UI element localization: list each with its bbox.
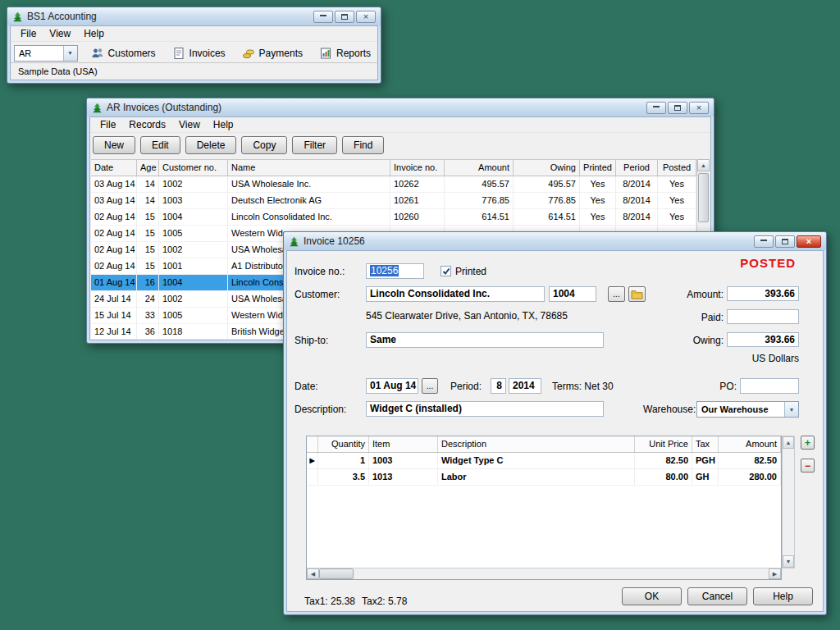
- filter-button[interactable]: Filter: [292, 136, 337, 154]
- edit-button[interactable]: Edit: [140, 136, 180, 154]
- cell: Yes: [658, 209, 696, 225]
- cancel-button[interactable]: Cancel: [687, 587, 747, 605]
- cell: Yes: [658, 176, 696, 192]
- column-header[interactable]: Unit Price: [635, 436, 692, 452]
- cell: 8/2014: [616, 176, 658, 192]
- ok-button[interactable]: OK: [622, 587, 682, 605]
- date-lookup-button[interactable]: ...: [422, 378, 438, 394]
- column-header[interactable]: Tax: [692, 436, 719, 452]
- column-header[interactable]: Printed: [580, 160, 616, 176]
- cell: 02 Aug 14: [91, 209, 137, 225]
- cell: Yes: [580, 209, 616, 225]
- main-titlebar[interactable]: BS1 Accounting ×: [7, 7, 381, 25]
- invoice-no-value: 10256: [370, 265, 399, 276]
- scroll-right-icon[interactable]: ▶: [769, 568, 781, 579]
- window-icon: [289, 236, 299, 247]
- menu-help[interactable]: Help: [207, 117, 240, 132]
- help-button[interactable]: Help: [753, 587, 813, 605]
- find-button[interactable]: Find: [342, 136, 384, 154]
- menu-view[interactable]: View: [43, 26, 77, 41]
- maximize-button[interactable]: [668, 102, 687, 114]
- chevron-down-icon[interactable]: ▼: [63, 46, 77, 61]
- copy-button[interactable]: Copy: [241, 136, 287, 154]
- customers-button[interactable]: Customers: [88, 45, 159, 62]
- cell: 10262: [390, 176, 445, 192]
- close-button[interactable]: ×: [689, 102, 709, 114]
- close-button[interactable]: ×: [356, 11, 376, 23]
- menu-view[interactable]: View: [172, 117, 207, 132]
- menu-help[interactable]: Help: [77, 26, 111, 41]
- maximize-button[interactable]: [775, 235, 795, 248]
- scroll-left-icon[interactable]: ◀: [307, 568, 319, 579]
- warehouse-select[interactable]: Our Warehouse ▼: [696, 401, 799, 418]
- add-row-button[interactable]: +: [801, 436, 815, 450]
- customer-lookup-button[interactable]: ...: [608, 286, 625, 302]
- column-header[interactable]: Amount: [719, 436, 781, 452]
- scrollbar-thumb[interactable]: [698, 173, 709, 222]
- items-vertical-scrollbar[interactable]: ▲ ▼: [782, 436, 795, 568]
- minimize-button[interactable]: [754, 235, 774, 248]
- column-header[interactable]: Description: [438, 436, 635, 452]
- reports-button[interactable]: Reports: [316, 45, 374, 62]
- line-item-row[interactable]: ▶11003Widget Type C82.50PGH82.50: [307, 453, 781, 469]
- warehouse-label: Warehouse:: [643, 404, 696, 415]
- chevron-down-icon[interactable]: ▼: [784, 402, 798, 417]
- shipto-field[interactable]: Same: [366, 332, 604, 348]
- minimize-button[interactable]: [646, 102, 666, 114]
- customers-label: Customers: [108, 48, 156, 59]
- po-field[interactable]: [740, 378, 799, 394]
- column-header[interactable]: Period: [616, 160, 658, 176]
- paid-label: Paid:: [640, 312, 724, 323]
- items-horizontal-scrollbar[interactable]: ◀ ▶: [307, 568, 781, 579]
- column-header[interactable]: Posted: [658, 160, 696, 176]
- maximize-button[interactable]: [335, 11, 354, 23]
- invoice-window: Invoice 10256 × Invoice no.: 10256 Print…: [283, 231, 827, 615]
- scroll-down-icon[interactable]: ▼: [783, 555, 794, 568]
- invoices-button[interactable]: Invoices: [169, 45, 229, 62]
- column-header[interactable]: Amount: [445, 160, 514, 176]
- cell: 1005: [159, 308, 228, 323]
- cell: 776.85: [445, 193, 514, 208]
- column-header[interactable]: Age: [137, 160, 159, 176]
- line-item-row[interactable]: 3.51013Labor80.00GH280.00: [307, 469, 781, 486]
- customer-name-field[interactable]: Lincoln Consolidated Inc.: [366, 286, 545, 302]
- period-month-field[interactable]: 8: [491, 378, 506, 394]
- invoice-titlebar[interactable]: Invoice 10256 ×: [284, 232, 826, 250]
- column-header[interactable]: Name: [228, 160, 390, 176]
- table-row[interactable]: 02 Aug 14151004Lincoln Consolidated Inc.…: [91, 209, 696, 226]
- close-button[interactable]: ×: [797, 235, 821, 248]
- scroll-up-icon[interactable]: ▲: [697, 159, 710, 171]
- column-header[interactable]: Date: [91, 160, 137, 176]
- delete-row-button[interactable]: −: [801, 459, 815, 472]
- cell: 8/2014: [616, 209, 658, 225]
- module-select[interactable]: AR ▼: [14, 45, 78, 62]
- menu-file[interactable]: File: [14, 26, 43, 41]
- minimize-button[interactable]: [313, 11, 333, 23]
- cell: 33: [137, 308, 159, 323]
- column-header[interactable]: Owing: [514, 160, 580, 176]
- menu-records[interactable]: Records: [122, 117, 172, 132]
- cell: 8/2014: [616, 193, 658, 208]
- menu-file[interactable]: File: [94, 117, 122, 132]
- period-year-field[interactable]: 2014: [509, 378, 541, 394]
- new-button[interactable]: New: [93, 136, 135, 154]
- payments-button[interactable]: Payments: [239, 45, 306, 62]
- main-client: File View Help AR ▼ Customers Invoices P…: [10, 25, 378, 80]
- invoice-no-field[interactable]: 10256: [366, 263, 424, 279]
- customer-no-field[interactable]: 1004: [549, 286, 596, 302]
- scrollbar-thumb[interactable]: [319, 568, 354, 579]
- column-header[interactable]: Item: [369, 436, 438, 452]
- customer-address: 545 Clearwater Drive, San Antonio, TX, 7…: [366, 310, 568, 322]
- date-field[interactable]: 01 Aug 14: [366, 378, 418, 394]
- table-row[interactable]: 03 Aug 14141003Deutsch Electronik AG1026…: [91, 193, 696, 209]
- column-header[interactable]: Customer no.: [159, 160, 228, 176]
- invoice-list-header: DateAgeCustomer no.NameInvoice no.Amount…: [91, 160, 696, 176]
- list-titlebar[interactable]: AR Invoices (Outstanding) ×: [87, 98, 714, 116]
- column-header[interactable]: Invoice no.: [390, 160, 445, 176]
- description-field[interactable]: Widget C (installed): [366, 401, 604, 417]
- delete-button[interactable]: Delete: [185, 136, 237, 154]
- column-header[interactable]: Quantity: [318, 436, 369, 452]
- scroll-up-icon[interactable]: ▲: [783, 436, 794, 449]
- table-row[interactable]: 03 Aug 14141002USA Wholesale Inc.1026249…: [91, 176, 696, 193]
- printed-checkbox[interactable]: [441, 266, 451, 276]
